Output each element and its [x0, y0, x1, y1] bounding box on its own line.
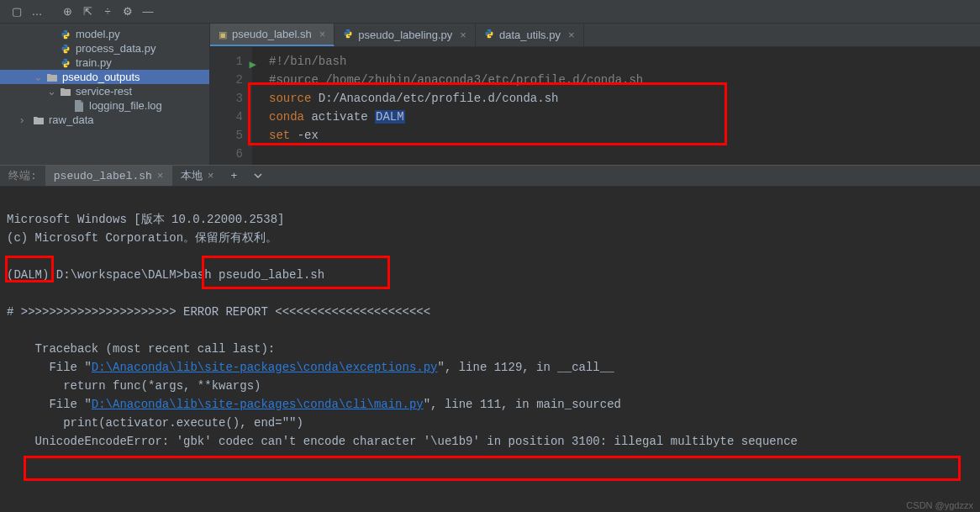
tab-pseudo_labeling-py[interactable]: pseudo_labeling.py×: [335, 24, 476, 46]
folder-icon: [32, 115, 45, 125]
highlight-box-error: [24, 456, 961, 481]
code-line[interactable]: set -ex: [269, 126, 980, 145]
gear-icon[interactable]: ⚙: [118, 2, 138, 22]
tab-label: pseudo_label.sh: [232, 28, 312, 40]
code-line[interactable]: source D:/Anaconda/etc/profile.d/conda.s…: [269, 89, 980, 108]
tab-data_utils-py[interactable]: data_utils.py×: [476, 24, 584, 46]
close-icon[interactable]: ×: [208, 170, 214, 182]
file-tree: model.pyprocess_data.pytrain.py⌄pseudo_o…: [0, 24, 210, 165]
py-icon: [59, 29, 72, 40]
dropdown-icon[interactable]: …: [27, 2, 47, 22]
add-terminal-button[interactable]: +: [222, 166, 245, 186]
terminal-menu-button[interactable]: [245, 166, 271, 186]
terminal-panel: 终端: pseudo_label.sh× 本地× + Microsoft Win…: [0, 165, 980, 512]
tab-label: data_utils.py: [499, 29, 561, 41]
tree-item-raw_data[interactable]: ›raw_data: [0, 113, 209, 127]
traceback-link-2[interactable]: D:\Anaconda\lib\site-packages\conda\cli\…: [92, 398, 424, 411]
tree-item-label: logging_file.log: [89, 99, 162, 112]
tree-item-label: pseudo_outputs: [62, 71, 140, 83]
toolbar: ▢ … ⊕ ⇱ ÷ ⚙ —: [0, 0, 980, 24]
terminal-tab-script[interactable]: pseudo_label.sh×: [45, 166, 172, 186]
line-number: 1▶: [210, 52, 243, 71]
tree-item-label: service-rest: [76, 85, 132, 98]
tree-item-logging_file-log[interactable]: logging_file.log: [0, 98, 209, 113]
expand-icon[interactable]: ⇱: [77, 2, 97, 22]
terminal-output[interactable]: Microsoft Windows [版本 10.0.22000.2538] (…: [0, 187, 980, 512]
tab-pseudo_label-sh[interactable]: ▣pseudo_label.sh×: [210, 24, 335, 46]
tree-item-model-py[interactable]: model.py: [0, 27, 209, 41]
line-number: 5: [210, 126, 243, 145]
close-icon[interactable]: ×: [568, 29, 575, 41]
code-line[interactable]: [269, 145, 980, 163]
sh-icon: ▣: [219, 28, 227, 40]
close-icon[interactable]: ×: [319, 28, 326, 40]
file-icon: [72, 100, 86, 112]
tree-item-label: train.py: [76, 56, 112, 69]
tree-item-service-rest[interactable]: ⌄service-rest: [0, 84, 209, 98]
line-number: 3: [210, 89, 243, 108]
project-icon[interactable]: ▢: [7, 2, 27, 22]
py-icon: [484, 29, 494, 41]
terminal-tab-local[interactable]: 本地×: [172, 166, 223, 186]
code-line[interactable]: #source /home/zhubin/anaconda3/etc/profi…: [269, 71, 980, 89]
py-icon: [343, 29, 353, 41]
folder-icon: [59, 87, 72, 97]
code-line[interactable]: conda activate DALM: [269, 108, 980, 126]
traceback-link-1[interactable]: D:\Anaconda\lib\site-packages\conda\exce…: [92, 361, 438, 374]
py-icon: [59, 58, 72, 68]
py-icon: [59, 44, 72, 54]
tree-item-label: model.py: [76, 28, 120, 40]
watermark: CSDN @ygdzzx: [906, 500, 973, 510]
folder-icon: [45, 72, 59, 82]
editor-tabs: ▣pseudo_label.sh×pseudo_labeling.py×data…: [210, 24, 980, 47]
tree-item-label: process_data.py: [76, 42, 155, 55]
close-icon[interactable]: ×: [157, 170, 164, 182]
collapse-icon[interactable]: ÷: [97, 2, 118, 22]
code-line[interactable]: #!/bin/bash: [269, 52, 980, 71]
tree-item-process_data-py[interactable]: process_data.py: [0, 41, 209, 55]
tree-item-label: raw_data: [49, 113, 93, 126]
tree-item-train-py[interactable]: train.py: [0, 55, 209, 70]
close-icon[interactable]: ×: [460, 29, 466, 41]
terminal-label: 终端:: [0, 166, 45, 186]
tab-label: pseudo_labeling.py: [358, 29, 452, 41]
tree-item-pseudo_outputs[interactable]: ⌄pseudo_outputs: [0, 70, 209, 84]
line-number: 4: [210, 108, 243, 126]
line-number: 2: [210, 71, 243, 89]
hide-icon[interactable]: —: [138, 2, 158, 22]
target-icon[interactable]: ⊕: [57, 2, 77, 22]
line-number: 6: [210, 145, 243, 163]
